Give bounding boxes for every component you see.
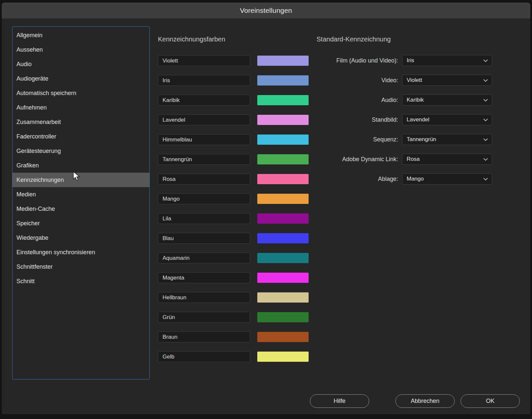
dropdown-value: Tannengrün (407, 136, 436, 143)
sidebar-item-grafiken[interactable]: Grafiken (13, 158, 149, 173)
label-color-row (158, 174, 309, 185)
sidebar-item-geraetesteuerung[interactable]: Gerätesteuerung (13, 144, 149, 158)
color-swatch[interactable] (257, 135, 309, 145)
sidebar-item-wiedergabe[interactable]: Wiedergabe (13, 231, 149, 245)
sidebar-item-medien-cache[interactable]: Medien-Cache (13, 202, 149, 216)
sidebar-item-schnittfenster[interactable]: Schnittfenster (13, 259, 149, 274)
color-name-input[interactable] (158, 292, 250, 303)
label-color-row (158, 272, 309, 283)
sequence-label-dropdown[interactable]: Tannengrün (402, 134, 492, 145)
default-label-film: Film (Audio und Video): (306, 57, 398, 64)
default-label-row: Film (Audio und Video): Iris (306, 55, 492, 66)
dialog-titlebar[interactable]: Voreinstellungen (2, 3, 530, 18)
color-swatch[interactable] (257, 115, 309, 125)
bin-label-dropdown[interactable]: Mango (402, 173, 492, 185)
dropdown-value: Mango (407, 176, 424, 182)
color-swatch[interactable] (257, 194, 309, 204)
color-name-input[interactable] (158, 253, 250, 263)
chevron-down-icon (483, 99, 488, 102)
color-name-input[interactable] (158, 154, 250, 165)
default-label-audio: Audio: (306, 97, 398, 104)
color-name-input[interactable] (158, 75, 250, 86)
default-label-row: Adobe Dynamic Link: Rosa (306, 154, 492, 165)
dropdown-value: Iris (407, 57, 414, 64)
video-label-dropdown[interactable]: Violett (402, 75, 492, 86)
color-swatch[interactable] (257, 292, 309, 303)
color-swatch[interactable] (257, 213, 309, 224)
still-label-dropdown[interactable]: Lavendel (402, 114, 492, 125)
color-name-input[interactable] (158, 351, 250, 362)
color-swatch[interactable] (257, 95, 309, 105)
color-name-input[interactable] (158, 95, 250, 106)
color-swatch[interactable] (257, 56, 309, 66)
label-color-row (158, 351, 309, 362)
sidebar-item-audio[interactable]: Audio (13, 57, 149, 71)
label-color-row (158, 75, 309, 86)
label-color-row (158, 312, 309, 323)
color-swatch[interactable] (257, 154, 309, 164)
film-label-dropdown[interactable]: Iris (402, 55, 492, 66)
color-swatch[interactable] (257, 273, 309, 283)
color-swatch[interactable] (257, 312, 309, 322)
help-button[interactable]: Hilfe (310, 394, 369, 408)
label-color-row (158, 233, 309, 244)
chevron-down-icon (483, 118, 488, 121)
default-label-ablage: Ablage: (306, 176, 398, 183)
default-label-row: Standbild: Lavendel (306, 114, 492, 125)
sidebar-item-speicher[interactable]: Speicher (13, 216, 149, 231)
dropdown-value: Rosa (407, 156, 420, 162)
color-name-input[interactable] (158, 114, 250, 125)
color-name-input[interactable] (158, 213, 250, 224)
preferences-category-list: Allgemein Aussehen Audio Audiogeräte Aut… (12, 26, 150, 380)
chevron-down-icon (483, 138, 488, 141)
chevron-down-icon (483, 79, 488, 82)
sidebar-item-allgemein[interactable]: Allgemein (13, 28, 149, 42)
color-swatch[interactable] (257, 75, 309, 86)
chevron-down-icon (483, 158, 488, 161)
color-name-input[interactable] (158, 332, 250, 342)
color-name-input[interactable] (158, 312, 250, 323)
chevron-down-icon (483, 59, 488, 62)
sidebar-item-zusammenarbeit[interactable]: Zusammenarbeit (13, 115, 149, 129)
label-color-row (158, 213, 309, 224)
default-label-sequenz: Sequenz: (306, 136, 398, 143)
default-label-standbild: Standbild: (306, 116, 398, 123)
color-name-input[interactable] (158, 233, 250, 244)
sidebar-item-einstellungen-synchronisieren[interactable]: Einstellungen synchronisieren (13, 245, 149, 259)
color-swatch[interactable] (257, 352, 309, 362)
color-name-input[interactable] (158, 134, 250, 145)
default-label-row: Video: Violett (306, 75, 492, 86)
color-name-input[interactable] (158, 55, 250, 66)
default-label-dynamic-link: Adobe Dynamic Link: (306, 156, 398, 163)
sidebar-item-audiogeraete[interactable]: Audiogeräte (13, 71, 149, 86)
default-label-row: Audio: Karibik (306, 94, 492, 106)
label-color-row (158, 134, 309, 145)
label-color-row (158, 154, 309, 165)
color-swatch[interactable] (257, 233, 309, 243)
dialog-title: Voreinstellungen (240, 7, 292, 14)
color-name-input[interactable] (158, 193, 250, 204)
label-colors-heading: Kennzeichnungsfarben (158, 36, 225, 43)
sidebar-item-fadercontroller[interactable]: Fadercontroller (13, 129, 149, 144)
sidebar-item-aufnehmen[interactable]: Aufnehmen (13, 100, 149, 115)
ok-button[interactable]: OK (461, 394, 520, 408)
audio-label-dropdown[interactable]: Karibik (402, 94, 492, 106)
cancel-button[interactable]: Abbrechen (395, 394, 455, 408)
color-swatch[interactable] (257, 174, 309, 184)
sidebar-item-aussehen[interactable]: Aussehen (13, 42, 149, 57)
label-color-row (158, 114, 309, 125)
sidebar-item-schnitt[interactable]: Schnitt (13, 274, 149, 288)
dropdown-value: Violett (407, 77, 422, 84)
sidebar-item-medien[interactable]: Medien (13, 187, 149, 202)
color-name-input[interactable] (158, 272, 250, 283)
sidebar-item-automatisch-speichern[interactable]: Automatisch speichern (13, 86, 149, 100)
label-color-row (158, 292, 309, 303)
dynamic-link-label-dropdown[interactable]: Rosa (402, 154, 492, 165)
sidebar-item-kennzeichnungen[interactable]: Kennzeichnungen (13, 173, 149, 187)
color-swatch[interactable] (257, 253, 309, 263)
label-color-row (158, 55, 309, 66)
color-swatch[interactable] (257, 332, 309, 342)
color-name-input[interactable] (158, 174, 250, 185)
screen-backdrop: Voreinstellungen Allgemein Aussehen Audi… (0, 0, 532, 419)
chevron-down-icon (483, 178, 488, 181)
